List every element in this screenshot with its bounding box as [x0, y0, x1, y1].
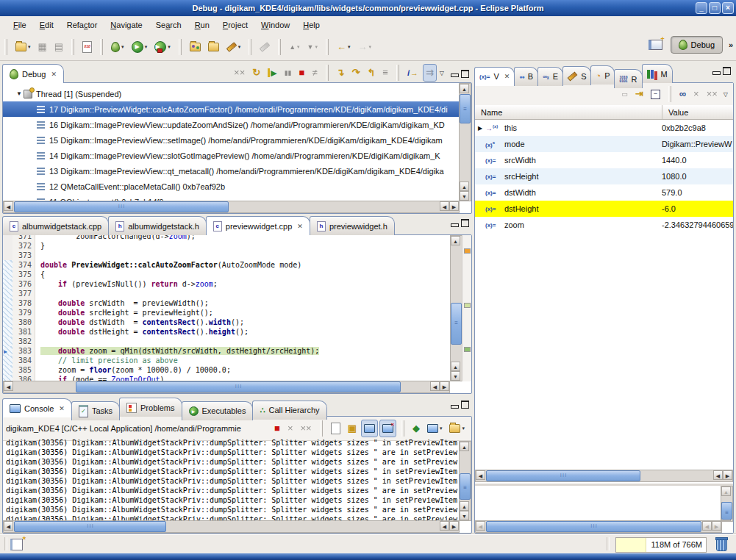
view-menu-icon[interactable]: ▽ — [721, 90, 730, 99]
maximize-view-icon[interactable] — [461, 219, 469, 227]
garbage-collect-icon[interactable] — [716, 539, 727, 551]
step-over-icon[interactable]: ↷ — [349, 64, 362, 82]
menu-file[interactable]: File — [7, 19, 32, 31]
add-global-variables-icon[interactable]: ∞ — [676, 85, 689, 103]
code-line[interactable]: 372} — [3, 241, 450, 251]
tab-variables-group-p[interactable]: ◔P — [590, 65, 615, 85]
variable-row[interactable]: (x)xmodeDigikam::PreviewW — [475, 136, 733, 152]
scroll-left-icon[interactable]: ◀ — [476, 470, 485, 480]
dropdown-arrow-icon[interactable]: ▾ — [145, 44, 148, 50]
detail-vertical-scrollbar[interactable]: ▲ ▲ ▼ — [721, 486, 733, 522]
variable-row[interactable]: (x)=srcWidth1440.0 — [475, 152, 733, 168]
tab-previewwidget-h[interactable]: hpreviewwidget.h — [310, 216, 395, 235]
terminate-icon[interactable]: ■ — [296, 64, 308, 82]
dropdown-arrow-icon[interactable]: ▾ — [297, 44, 300, 50]
close-icon[interactable]: ✕ — [504, 73, 510, 80]
column-value[interactable]: Value — [662, 105, 733, 119]
run-icon[interactable]: ▶▾ — [129, 38, 151, 56]
dropdown-arrow-icon[interactable]: ▾ — [369, 44, 372, 50]
code-line[interactable]: 375{ — [3, 270, 450, 279]
stack-frame[interactable]: 13 Digikam::ImagePreviewView::qt_metacal… — [3, 163, 460, 179]
code-line[interactable]: ▶383 double zoom = qMin(dstWidth/srcWidt… — [3, 346, 450, 356]
code-line[interactable]: 371 zoomFactorChanged(d->zoom); — [3, 234, 450, 241]
binary-file-icon[interactable]: 010 — [79, 38, 95, 56]
stack-frame[interactable]: 16 Digikam::ImagePreviewView::updateZoom… — [3, 117, 460, 132]
expand-arrow-icon[interactable]: ▶ — [475, 125, 485, 132]
editor-horizontal-scrollbar[interactable]: ◀ ◀ ▶ — [3, 381, 450, 393]
code-line[interactable]: 379 double srcHeight = previewHeight(); — [3, 308, 450, 317]
new-wizard-icon[interactable]: ▾ — [12, 38, 34, 56]
debug-vertical-scrollbar[interactable]: ▲ ▲ ▼ — [459, 83, 471, 201]
close-icon[interactable]: ✕ — [297, 223, 303, 230]
pin-console-icon[interactable]: ◆ — [410, 420, 423, 437]
tab-albumwidgetstack-h[interactable]: halbumwidgetstack.h — [108, 216, 207, 235]
scroll-left-icon[interactable]: ◀ — [440, 201, 449, 211]
tab-variables-group-e[interactable]: ∞ₓE — [537, 67, 563, 86]
code-line[interactable]: 378 double srcWidth = previewWidth(); — [3, 298, 450, 308]
scroll-left-icon[interactable]: ◀ — [4, 201, 13, 211]
view-menu-icon[interactable]: ▽ — [437, 68, 446, 78]
close-icon[interactable]: ✕ — [51, 71, 57, 78]
open-perspective-icon[interactable] — [646, 36, 665, 54]
minimize-view-icon[interactable] — [712, 71, 721, 75]
code-line[interactable]: 382 — [3, 337, 450, 346]
code-line[interactable]: 381 double dstHeight = contentsRect().he… — [3, 327, 450, 337]
debug-icon[interactable]: ▾ — [108, 38, 127, 56]
menu-project[interactable]: Project — [217, 19, 254, 31]
stack-frame[interactable]: 17 Digikam::PreviewWidget::calcAutoZoomF… — [3, 101, 460, 117]
minimize-view-icon[interactable] — [451, 73, 459, 77]
open-type-icon[interactable] — [187, 38, 204, 56]
console-vertical-scrollbar[interactable]: ▲ ▲ ▼ — [459, 441, 471, 521]
toolbar-overflow-chevron[interactable]: » — [729, 40, 733, 49]
detail-horizontal-scrollbar[interactable]: ◀ ◀ ▶ — [475, 520, 722, 533]
scroll-left-icon[interactable]: ◀ — [4, 521, 13, 531]
show-stdout-icon[interactable] — [361, 420, 378, 437]
step-into-icon[interactable]: ↴ — [334, 64, 348, 82]
scroll-up-icon[interactable]: ▲ — [451, 362, 460, 371]
dropdown-arrow-icon[interactable]: ▾ — [121, 44, 124, 50]
scroll-down-icon[interactable]: ▼ — [460, 191, 469, 201]
scroll-up-icon[interactable]: ▲ — [460, 442, 469, 451]
maximize-button[interactable]: □ — [709, 2, 721, 14]
scroll-up-icon[interactable]: ▲ — [451, 236, 460, 245]
overview-marker[interactable] — [464, 248, 471, 254]
dropdown-arrow-icon[interactable]: ▾ — [238, 44, 241, 50]
close-icon[interactable]: ✕ — [59, 405, 65, 412]
tab-variables-group-v[interactable]: (x)=V✕ — [474, 67, 515, 86]
code-line[interactable]: 374double PreviewWidget::calcAutoZoomFac… — [3, 260, 450, 270]
code-line[interactable]: 384 // limit precision as above — [3, 356, 450, 365]
debug-perspective-button[interactable]: Debug — [671, 36, 723, 54]
variable-row[interactable]: (x)=zoom-2.34632794460659 — [475, 217, 733, 233]
minimize-button[interactable]: _ — [696, 2, 707, 14]
scroll-up-icon[interactable]: ▲ — [460, 84, 469, 93]
dropdown-arrow-icon[interactable]: ▾ — [462, 426, 465, 431]
tab-tasks[interactable]: ✓Tasks — [71, 401, 120, 420]
dropdown-arrow-icon[interactable]: ▾ — [440, 426, 443, 431]
variable-row[interactable]: (x)=srcHeight1080.0 — [475, 168, 733, 184]
tab-variables-group-s[interactable]: S — [562, 66, 591, 85]
code-line[interactable]: 385 zoom = floor(zoom * 10000.0) / 10000… — [3, 365, 450, 375]
scroll-left-icon[interactable]: ◀ — [430, 381, 440, 391]
editor-vertical-scrollbar[interactable]: ▲ ▲ ▼ — [450, 235, 462, 381]
tab-executables[interactable]: ▶Executables — [182, 401, 254, 420]
overview-marker[interactable] — [464, 347, 471, 352]
variable-row[interactable]: (x)=dstHeight-6.0 — [475, 201, 733, 217]
scroll-right-icon[interactable]: ▶ — [449, 201, 459, 211]
thread-row[interactable]: ▼ Thread [1] (Suspended) — [3, 86, 460, 101]
clear-console-icon[interactable] — [328, 420, 343, 437]
dropdown-arrow-icon[interactable]: ▾ — [348, 44, 351, 50]
back-icon[interactable]: ←▾ — [334, 38, 354, 56]
scroll-right-icon[interactable]: ▶ — [440, 381, 449, 391]
stack-frame[interactable]: 12 QMetaCallEvent::placeMetaCall() 0xb7e… — [3, 179, 460, 194]
maximize-view-icon[interactable] — [723, 67, 731, 75]
use-step-filters-icon[interactable]: ⇉ — [423, 64, 437, 82]
menu-search[interactable]: Search — [150, 19, 187, 31]
scroll-left-icon[interactable]: ◀ — [440, 521, 449, 531]
variables-table-header[interactable]: Name Value — [475, 105, 733, 120]
code-line[interactable]: 376 if (previewIsNull()) return d->zoom; — [3, 279, 450, 289]
scroll-right-icon[interactable]: ▶ — [723, 470, 732, 480]
show-stderr-icon[interactable] — [379, 420, 396, 437]
maximize-view-icon[interactable] — [461, 401, 469, 409]
stack-frame[interactable]: 14 Digikam::ImagePreviewView::slotGotIma… — [3, 148, 460, 163]
dropdown-arrow-icon[interactable]: ▾ — [168, 44, 171, 50]
